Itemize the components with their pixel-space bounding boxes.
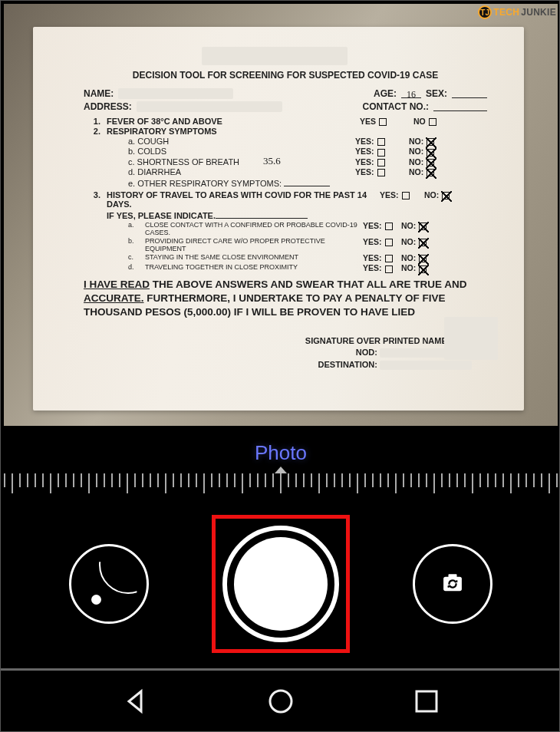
android-nav-bar [1, 668, 560, 731]
filter-button[interactable] [69, 544, 149, 624]
sex-label: SEX: [426, 88, 447, 99]
camera-mode-selector[interactable]: Photo [1, 430, 560, 473]
mode-photo[interactable]: Photo [255, 441, 307, 465]
address-label: ADDRESS: [84, 101, 132, 112]
question-table: 1. FEVER OF 38°C AND ABOVE YES NO 2. RES… [84, 117, 487, 273]
filter-icon [99, 536, 157, 594]
attestation-text: I HAVE READ THE ABOVE ANSWERS AND SWEAR … [84, 278, 487, 320]
shutter-icon [234, 537, 328, 631]
zoom-ruler[interactable] [0, 473, 560, 500]
covid-screening-form: DECISION TOOL FOR SCREENING FOR SUSPECTE… [33, 27, 524, 411]
svg-rect-0 [443, 577, 462, 591]
nav-back-button[interactable] [119, 685, 151, 717]
techjunkie-badge-icon: TJ [478, 5, 492, 19]
svg-point-2 [270, 691, 292, 712]
camera-viewfinder[interactable]: DECISION TOOL FOR SCREENING FOR SUSPECTE… [4, 4, 558, 426]
shutter-button[interactable] [222, 526, 339, 642]
name-label: NAME: [84, 88, 114, 99]
age-value: 16 [401, 89, 421, 98]
svg-rect-3 [417, 691, 436, 711]
handwritten-temperature: 35.6 [263, 155, 281, 167]
redaction-block [202, 47, 348, 65]
age-label: AGE: [374, 88, 397, 99]
svg-rect-1 [449, 574, 457, 579]
techjunkie-watermark: TJ TECHJUNKIE [478, 5, 556, 19]
shutter-highlight [212, 515, 350, 653]
chevron-up-icon [275, 467, 287, 473]
switch-camera-icon [436, 567, 469, 601]
contact-label: CONTACT NO.: [363, 101, 429, 112]
redaction-block [444, 317, 498, 360]
switch-camera-button[interactable] [413, 544, 492, 624]
nav-home-button[interactable] [265, 685, 297, 717]
nav-recents-button[interactable] [410, 685, 443, 717]
signature-block: SIGNATURE OVER PRINTED NAME/DATE NOD: DE… [84, 336, 487, 370]
document-title: DECISION TOOL FOR SCREENING FOR SUSPECTE… [84, 70, 487, 81]
